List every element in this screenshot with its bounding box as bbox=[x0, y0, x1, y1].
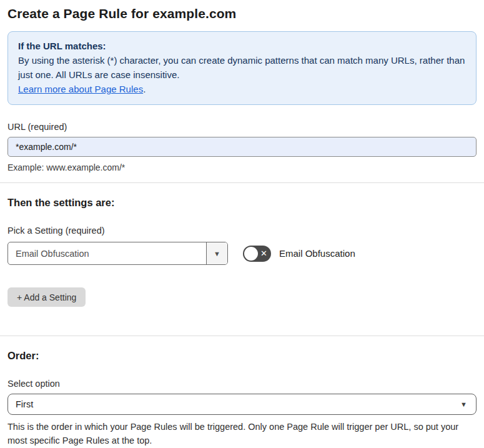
url-input[interactable] bbox=[7, 137, 477, 157]
order-select-label: Select option bbox=[7, 379, 477, 389]
toggle-label: Email Obfuscation bbox=[279, 248, 355, 259]
chevron-down-icon: ▼ bbox=[460, 401, 467, 408]
toggle-off-x-icon: ✕ bbox=[260, 246, 267, 262]
divider bbox=[0, 336, 484, 336]
order-section-heading: Order: bbox=[7, 350, 477, 362]
pick-setting-label: Pick a Setting (required) bbox=[7, 226, 477, 236]
url-matches-info-box: If the URL matches: By using the asteris… bbox=[7, 31, 477, 105]
order-select[interactable]: First ▼ bbox=[7, 394, 477, 415]
settings-section-heading: Then the settings are: bbox=[7, 197, 477, 209]
link-period: . bbox=[143, 84, 146, 94]
url-field-label: URL (required) bbox=[7, 122, 477, 132]
url-example-helper: Example: www.example.com/* bbox=[7, 162, 477, 172]
info-box-link-line: Learn more about Page Rules. bbox=[18, 82, 466, 96]
setting-select-arrow-segment: ▼ bbox=[206, 242, 227, 264]
order-helper-text: This is the order in which your Page Rul… bbox=[7, 420, 470, 447]
page-title: Create a Page Rule for example.com bbox=[7, 6, 477, 21]
info-box-body: By using the asterisk (*) character, you… bbox=[18, 53, 466, 82]
toggle-knob bbox=[244, 247, 258, 261]
page-rule-form: Create a Page Rule for example.com If th… bbox=[0, 6, 484, 448]
setting-select-value: Email Obfuscation bbox=[8, 242, 206, 264]
chevron-down-icon: ▼ bbox=[214, 250, 220, 257]
email-obfuscation-toggle[interactable]: ✕ bbox=[243, 246, 271, 262]
order-select-value: First bbox=[16, 399, 33, 409]
setting-row: Email Obfuscation ▼ ✕ Email Obfuscation bbox=[7, 242, 477, 265]
add-setting-button[interactable]: + Add a Setting bbox=[7, 287, 86, 307]
learn-more-link[interactable]: Learn more about Page Rules bbox=[18, 84, 143, 94]
divider bbox=[0, 182, 484, 183]
info-box-heading: If the URL matches: bbox=[18, 39, 466, 53]
setting-select[interactable]: Email Obfuscation ▼ bbox=[7, 242, 228, 265]
email-obfuscation-toggle-group: ✕ Email Obfuscation bbox=[243, 246, 355, 262]
